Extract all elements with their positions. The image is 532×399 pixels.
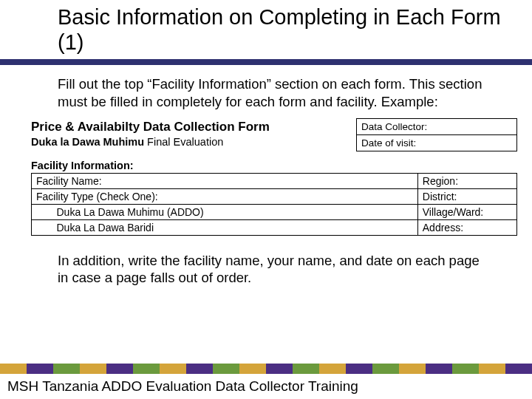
stripe-segment: [186, 364, 213, 374]
stripe-segment: [266, 364, 293, 374]
indent-stub: [32, 219, 52, 235]
stripe-segment: [133, 364, 160, 374]
stripe-segment: [452, 364, 479, 374]
stripe-segment: [27, 364, 53, 374]
footer-text: MSH Tanzania ADDO Evaluation Data Collec…: [7, 378, 358, 395]
title-band: Basic Information on Completing in Each …: [0, 0, 532, 65]
address-cell: Address:: [417, 219, 516, 235]
data-collector-box: Data Collector:: [356, 118, 517, 135]
stripe-segment: [426, 364, 452, 374]
stripe-segment: [505, 364, 532, 374]
outro-text: In addition, write the facility name, yo…: [0, 236, 532, 294]
stripe-segment: [53, 364, 80, 374]
facility-info-label: Facility Information:: [31, 152, 517, 173]
table-row: Duka La Dawa Baridi Address:: [32, 219, 517, 235]
intro-text: Fill out the top “Facility Information” …: [0, 65, 532, 117]
indent-stub: [32, 204, 52, 219]
slide-title: Basic Information on Completing in Each …: [0, 0, 532, 59]
form-example: Price & Availabilty Data Collection Form…: [0, 118, 532, 236]
stripe-segment: [160, 364, 186, 374]
footer-band: MSH Tanzania ADDO Evaluation Data Collec…: [0, 364, 532, 399]
region-cell: Region:: [417, 173, 516, 188]
table-row: Facility Type (Check One): District:: [32, 188, 517, 204]
facility-name-cell: Facility Name:: [32, 173, 418, 188]
stripe-segment: [346, 364, 372, 374]
form-subtitle: Duka la Dawa Muhimu Final Evaluation: [31, 135, 349, 152]
table-row: Duka La Dawa Muhimu (ADDO) Village/Ward:: [32, 204, 517, 219]
stripe-segment: [80, 364, 106, 374]
stripe-segment: [106, 364, 133, 374]
addo-cell: Duka La Dawa Muhimu (ADDO): [52, 204, 418, 219]
facility-type-cell: Facility Type (Check One):: [32, 188, 418, 204]
form-subtitle-bold: Duka la Dawa Muhimu: [31, 136, 144, 148]
form-subtitle-rest: Final Evaluation: [144, 136, 223, 148]
stripe-segment: [399, 364, 426, 374]
facility-info-table: Facility Name: Region: Facility Type (Ch…: [31, 173, 517, 236]
stripe-segment: [479, 364, 505, 374]
title-underline: [0, 59, 532, 62]
baridi-cell: Duka La Dawa Baridi: [52, 219, 418, 235]
stripe-segment: [293, 364, 319, 374]
form-title: Price & Availabilty Data Collection Form: [31, 118, 349, 135]
footer-stripes: [0, 364, 532, 374]
form-header-left: Price & Availabilty Data Collection Form…: [31, 118, 356, 152]
table-row: Facility Name: Region:: [32, 173, 517, 188]
stripe-segment: [0, 364, 27, 374]
stripe-segment: [372, 364, 399, 374]
stripe-segment: [319, 364, 346, 374]
form-header-row: Price & Availabilty Data Collection Form…: [31, 118, 517, 152]
district-cell: District:: [417, 188, 516, 204]
stripe-segment: [239, 364, 266, 374]
village-cell: Village/Ward:: [417, 204, 516, 219]
form-header-right: Data Collector: Date of visit:: [356, 118, 517, 152]
stripe-segment: [213, 364, 239, 374]
date-of-visit-box: Date of visit:: [356, 134, 517, 151]
